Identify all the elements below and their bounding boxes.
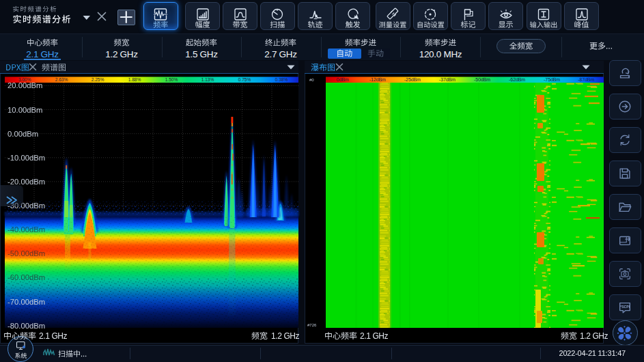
svg-text:#726: #726 — [307, 323, 317, 327]
svg-text:0dBm: 0dBm — [337, 77, 349, 82]
svg-text:*SCPI: *SCPI — [620, 305, 630, 309]
svg-text:-25dBm: -25dBm — [404, 77, 421, 82]
svg-text:-37dBm: -37dBm — [439, 77, 456, 82]
svg-text:-75dBm: -75dBm — [544, 77, 560, 82]
svg-text:-50dBm: -50dBm — [474, 77, 490, 82]
svg-text:#0: #0 — [309, 78, 314, 82]
svg-text:-87dBm: -87dBm — [578, 77, 594, 82]
svg-text:-12dBm: -12dBm — [369, 77, 386, 82]
svg-text:-62dBm: -62dBm — [509, 77, 525, 82]
